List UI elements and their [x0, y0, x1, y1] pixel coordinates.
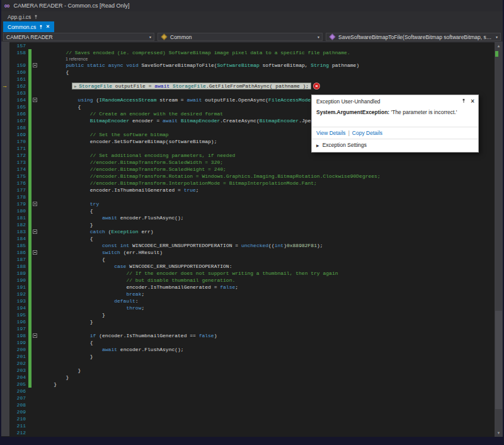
code-text[interactable]: }	[39, 353, 495, 360]
project-dropdown[interactable]: CAMERA READER ▾	[3, 33, 154, 41]
code-text[interactable]: public static async void SaveSoftwareBit…	[39, 62, 495, 69]
code-text[interactable]: await encoder.FlushAsync();	[39, 346, 495, 353]
breakpoint-margin-cell[interactable]	[1, 194, 9, 200]
pin-icon[interactable]	[33, 14, 38, 20]
breakpoint-margin-cell[interactable]	[1, 90, 9, 96]
code-text[interactable]	[39, 388, 495, 395]
code-text[interactable]: await encoder.FlushAsync();	[39, 214, 495, 221]
code-text[interactable]	[39, 360, 495, 367]
codelens-references-link[interactable]: 1 reference	[42, 57, 88, 61]
fold-collapse-box[interactable]	[33, 63, 37, 67]
code-text[interactable]: //encoder.BitmapTransform.InterpolationM…	[39, 180, 495, 187]
scroll-up-button[interactable]: ▲	[495, 42, 503, 50]
breakpoint-margin-cell[interactable]	[1, 221, 9, 228]
code-text[interactable]: //encoder.BitmapTransform.ScaledWidth = …	[39, 159, 495, 166]
breakpoint-margin-cell[interactable]	[1, 422, 9, 429]
breakpoint-margin-cell[interactable]	[1, 263, 9, 270]
view-details-link[interactable]: View Details	[316, 130, 346, 136]
breakpoint-margin-cell[interactable]	[1, 187, 9, 194]
codelens-text-cell[interactable]: 1 reference	[39, 56, 495, 62]
code-text[interactable]: {	[39, 339, 495, 346]
exception-error-icon[interactable]: ×	[313, 83, 320, 90]
code-text[interactable]: {	[39, 69, 495, 76]
breakpoint-margin-cell[interactable]	[1, 96, 9, 103]
breakpoint-margin-cell[interactable]	[1, 173, 9, 180]
breakpoint-margin-cell[interactable]	[1, 166, 9, 173]
close-icon[interactable]: ×	[471, 99, 474, 104]
breakpoint-margin-cell[interactable]	[1, 298, 9, 304]
code-text[interactable]: }	[39, 221, 495, 228]
code-text[interactable]: {	[39, 207, 495, 214]
code-text[interactable]: // Set additional encoding parameters, i…	[39, 152, 495, 159]
exception-settings-toggle[interactable]: ▶ Exception Settings	[312, 139, 478, 152]
breakpoint-margin-cell[interactable]	[1, 159, 9, 166]
breakpoint-margin-cell[interactable]	[1, 56, 9, 62]
breakpoint-margin-cell[interactable]	[1, 76, 9, 83]
tab-app-g-i-cs[interactable]: App.g.i.cs	[3, 12, 43, 21]
code-text[interactable]: }	[39, 367, 495, 374]
breakpoint-margin-cell[interactable]	[1, 374, 9, 381]
breakpoint-margin-cell[interactable]	[1, 402, 9, 408]
breakpoint-margin-cell[interactable]	[1, 325, 9, 332]
breakpoint-margin-cell[interactable]	[1, 256, 9, 263]
breakpoint-margin-cell[interactable]	[1, 408, 9, 415]
code-text[interactable]: break;	[39, 291, 495, 298]
code-text[interactable]: {	[39, 256, 495, 263]
code-text[interactable]: }	[39, 318, 495, 325]
code-text[interactable]: }	[39, 381, 495, 388]
breakpoint-margin-cell[interactable]	[1, 200, 9, 207]
breakpoint-margin-cell[interactable]	[1, 395, 9, 402]
breakpoint-margin-cell[interactable]	[1, 249, 9, 256]
code-text[interactable]: }	[39, 374, 495, 381]
fold-collapse-box[interactable]	[33, 202, 37, 206]
breakpoint-margin-cell[interactable]	[1, 360, 9, 367]
vertical-scrollbar[interactable]: ▲ ▼	[495, 42, 503, 437]
code-text[interactable]: encoder.IsThumbnailGenerated = true;	[39, 187, 495, 194]
breakpoint-margin-cell[interactable]	[1, 346, 9, 353]
breakpoint-margin-cell[interactable]	[1, 42, 9, 49]
breakpoint-margin-cell[interactable]	[1, 152, 9, 159]
code-text[interactable]: // but disable thumbnail generation.	[39, 277, 495, 284]
close-icon[interactable]: ×	[46, 24, 49, 30]
tab-common-cs[interactable]: Common.cs ×	[3, 21, 54, 32]
code-text[interactable]	[39, 76, 495, 83]
breakpoint-margin-cell[interactable]	[1, 207, 9, 214]
breakpoint-margin-cell[interactable]	[1, 228, 9, 235]
code-text[interactable]: case WINCODEC_ERR_UNSUPPORTEDOPERATION:	[39, 263, 495, 270]
code-editor[interactable]: 157158 // Saves encoded (ie. compressed)…	[1, 42, 503, 437]
code-text[interactable]	[39, 395, 495, 402]
breakpoint-margin-cell[interactable]	[1, 381, 9, 388]
code-text[interactable]: {	[39, 235, 495, 242]
code-text[interactable]: }	[39, 311, 495, 318]
code-text[interactable]: default:	[39, 298, 495, 304]
breakpoint-margin-cell[interactable]	[1, 124, 9, 131]
breakpoint-margin-cell[interactable]	[1, 291, 9, 298]
breakpoint-margin-cell[interactable]	[1, 415, 9, 422]
code-text[interactable]: throw;	[39, 304, 495, 311]
code-text[interactable]: ▶ StorageFile outputFile = await Storage…	[39, 83, 495, 90]
scroll-down-button[interactable]: ▼	[495, 429, 503, 437]
breakpoint-margin-cell[interactable]	[1, 69, 9, 76]
code-text[interactable]: switch (err.HResult)	[39, 249, 495, 256]
code-text[interactable]: catch (Exception err)	[39, 228, 495, 235]
code-text[interactable]: //encoder.BitmapTransform.ScaledHeight =…	[39, 166, 495, 173]
breakpoint-margin-cell[interactable]	[1, 277, 9, 284]
breakpoint-margin-cell[interactable]	[1, 117, 9, 124]
breakpoint-margin-cell[interactable]	[1, 388, 9, 395]
fold-collapse-box[interactable]	[33, 98, 37, 102]
breakpoint-margin-cell[interactable]	[1, 332, 9, 339]
breakpoint-margin-cell[interactable]	[1, 353, 9, 360]
breakpoint-margin-cell[interactable]	[1, 214, 9, 221]
breakpoint-margin-cell[interactable]	[1, 235, 9, 242]
code-text[interactable]	[39, 422, 495, 429]
code-text[interactable]: const int WINCODEC_ERR_UNSUPPORTEDOPERAT…	[39, 242, 495, 249]
code-text[interactable]	[39, 408, 495, 415]
member-dropdown[interactable]: SaveSoftwareBitmapToFile(SoftwareBitmap …	[326, 33, 501, 41]
code-text[interactable]: // Saves encoded (ie. compressed) Softwa…	[39, 49, 495, 56]
breakpoint-margin-cell[interactable]	[1, 145, 9, 152]
breakpoint-margin-cell[interactable]	[1, 180, 9, 187]
titlebar[interactable]: ∞ CAMERA READER - Common.cs [Read Only]	[1, 0, 503, 11]
breakpoint-margin-cell[interactable]	[1, 429, 9, 436]
code-text[interactable]: try	[39, 200, 495, 207]
code-text[interactable]: encoder.IsThumbnailGenerated = false;	[39, 284, 495, 291]
